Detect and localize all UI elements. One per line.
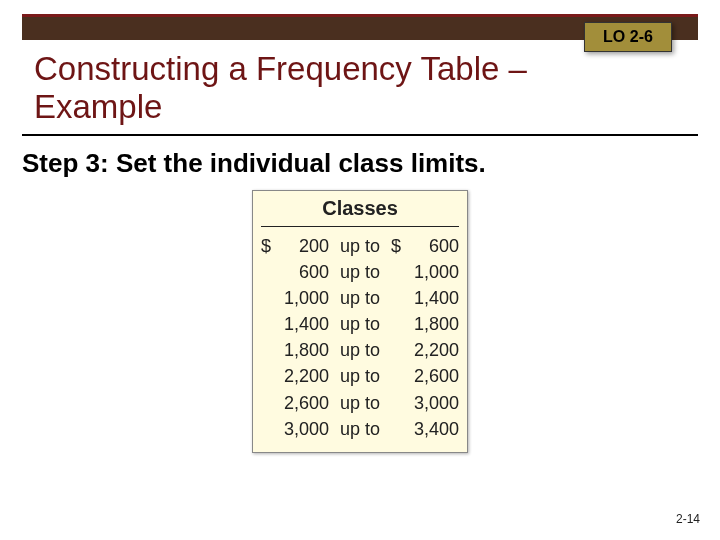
lo-badge-text: LO 2-6 [603,28,653,46]
class-low: 2,200 [275,363,329,389]
class-high: 3,000 [405,390,459,416]
title-underline [22,134,698,136]
class-high: 600 [405,233,459,259]
classes-header: Classes [261,197,459,224]
class-high: 1,400 [405,285,459,311]
class-row: 3,000up to3,400 [261,416,459,442]
classes-rows: $200up to$600600up to1,0001,000up to1,40… [261,233,459,442]
upto-text: up to [329,233,391,259]
page-title: Constructing a Frequency Table – Example [34,50,560,126]
class-low: 1,800 [275,337,329,363]
upto-text: up to [329,311,391,337]
class-row: 1,000up to1,400 [261,285,459,311]
class-row: 1,800up to2,200 [261,337,459,363]
upto-text: up to [329,363,391,389]
class-high: 2,200 [405,337,459,363]
step-text: Step 3: Set the individual class limits. [22,148,486,179]
class-row: 2,200up to2,600 [261,363,459,389]
class-low: 600 [275,259,329,285]
class-row: 2,600up to3,000 [261,390,459,416]
class-high: 1,800 [405,311,459,337]
classes-inner: Classes $200up to$600600up to1,0001,000u… [253,191,467,452]
class-row: 600up to1,000 [261,259,459,285]
classes-divider [261,226,459,227]
class-high: 3,400 [405,416,459,442]
class-row: 1,400up to1,800 [261,311,459,337]
class-high: 2,600 [405,363,459,389]
class-low: 1,400 [275,311,329,337]
currency-symbol: $ [261,233,275,259]
class-low: 1,000 [275,285,329,311]
upto-text: up to [329,337,391,363]
currency-symbol: $ [391,233,405,259]
class-low: 2,600 [275,390,329,416]
class-low: 200 [275,233,329,259]
classes-table: Classes $200up to$600600up to1,0001,000u… [252,190,468,453]
lo-badge: LO 2-6 [584,22,672,52]
upto-text: up to [329,259,391,285]
class-low: 3,000 [275,416,329,442]
upto-text: up to [329,416,391,442]
upto-text: up to [329,390,391,416]
slide: LO 2-6 Constructing a Frequency Table – … [0,0,720,540]
page-number: 2-14 [676,512,700,526]
upto-text: up to [329,285,391,311]
class-high: 1,000 [405,259,459,285]
class-row: $200up to$600 [261,233,459,259]
